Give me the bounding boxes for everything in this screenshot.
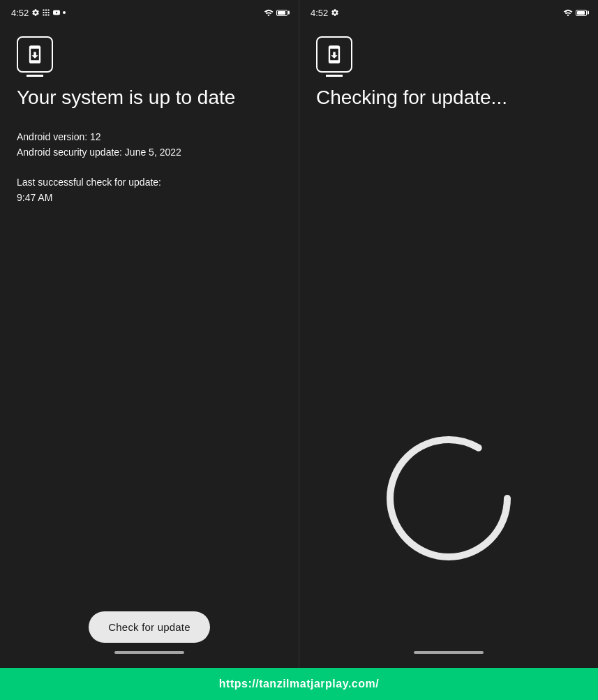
right-screen: 4:52 [299,0,598,668]
youtube-icon [52,8,61,17]
right-screen-content: Checking for update... [299,85,598,632]
right-screen-bottom [299,632,598,668]
status-bar-left: 4:52 [0,0,299,22]
status-bar-right: 4:52 [299,0,598,22]
footer-banner: https://tanzilmatjarplay.com/ [0,668,598,700]
update-icon-left [17,36,53,73]
right-title-area: Checking for update... [299,85,598,352]
status-time-right: 4:52 [311,8,328,18]
main-title-left: Your system is up to date [17,85,282,110]
gear-icon-right [331,8,339,17]
loading-spinner [379,429,518,568]
gear-icon [31,8,40,17]
last-check-block: Last successful check for update: 9:47 A… [17,174,282,206]
status-icons-right [331,8,339,17]
last-check-time: 9:47 AM [17,190,282,205]
download-phone-icon-left [25,45,45,64]
wifi-icon-right [563,8,573,17]
svg-point-0 [390,440,507,557]
left-screen-content: Your system is up to date Android versio… [0,85,299,600]
battery-icon-right [576,10,587,16]
check-for-update-button[interactable]: Check for update [89,611,209,643]
spinner-svg [379,429,518,568]
home-indicator-right [414,651,484,654]
main-title-right: Checking for update... [316,85,581,110]
footer-url: https://tanzilmatjarplay.com/ [219,678,379,690]
grid-icon [42,8,50,17]
status-time-left: 4:52 [11,8,29,18]
status-right-left [264,8,287,17]
security-update: Android security update: June 5, 2022 [17,144,282,160]
update-icon-right [316,36,352,73]
info-block-left: Android version: 12 Android security upd… [17,129,282,161]
android-version: Android version: 12 [17,129,282,144]
status-right-right [563,8,587,17]
status-icons-left [31,8,66,17]
left-screen-bottom: Check for update [0,600,299,668]
left-screen: 4:52 [0,0,299,668]
battery-icon-left [276,10,287,16]
dot-icon [63,11,66,14]
spinner-container [299,366,598,632]
wifi-icon-left [264,8,274,17]
home-indicator-left [114,651,184,654]
download-phone-icon-right [324,45,344,64]
last-check-label: Last successful check for update: [17,174,282,190]
